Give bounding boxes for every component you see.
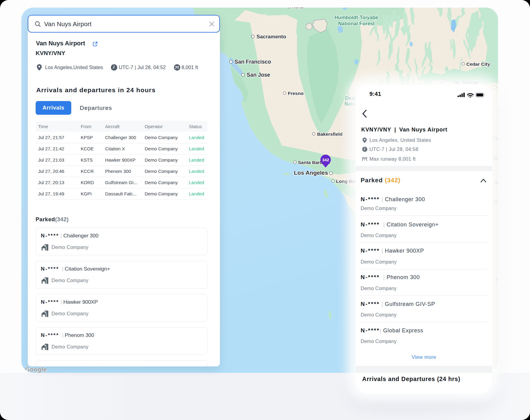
svg-text:San Francisco: San Francisco (235, 59, 271, 65)
svg-text:Fresno: Fresno (288, 91, 304, 96)
svg-text:er: er (493, 199, 498, 204)
svg-text:Humboldt-Toiyabe: Humboldt-Toiyabe (334, 15, 378, 20)
svg-text:Fla: Fla (493, 136, 498, 141)
svg-text:N: N (495, 180, 498, 185)
svg-text:Sacramento: Sacramento (256, 34, 286, 40)
svg-text:342: 342 (322, 158, 329, 162)
svg-text:National Forest: National Forest (338, 21, 375, 26)
svg-text:Cedar City: Cedar City (466, 61, 490, 67)
svg-text:Bakersfield: Bakersfield (317, 131, 343, 137)
svg-text:Reno: Reno (292, 8, 304, 9)
svg-text:San Jose: San Jose (247, 72, 270, 78)
svg-text:N: N (496, 277, 498, 282)
svg-text:Los Angeles: Los Angeles (294, 170, 328, 176)
svg-text:Google: Google (25, 366, 47, 373)
svg-text:St. George: St. George (455, 80, 479, 85)
svg-text:do: do (493, 156, 498, 161)
